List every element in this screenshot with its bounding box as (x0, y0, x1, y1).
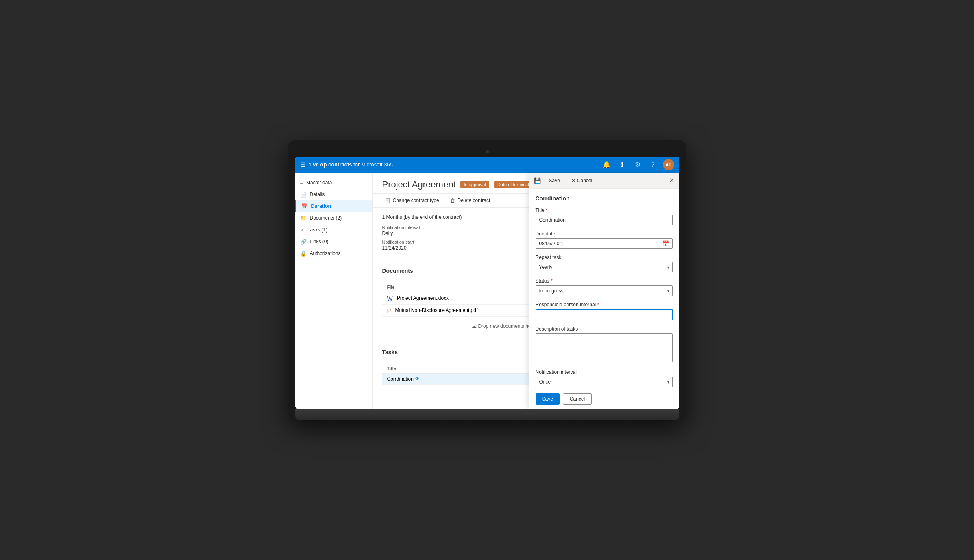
due-date-label: Due date (536, 231, 673, 237)
title-input[interactable] (536, 215, 673, 225)
cloud-upload-icon: ☁ (472, 323, 478, 329)
title-label: Title * (536, 207, 673, 213)
change-contract-type-button[interactable]: 📋 Change contract type (382, 196, 442, 205)
help-icon[interactable]: ? (647, 159, 659, 170)
sidebar-item-authorizations[interactable]: 🔒 Authorizations (295, 248, 372, 259)
notification-interval-select[interactable]: Once Daily Weekly Monthly (536, 377, 673, 387)
delete-contract-button[interactable]: 🗑 Delete contract (448, 196, 493, 205)
main-area: ≡ Master data 📄 Details 📅 Duration 📁 Doc… (295, 173, 679, 409)
panel-footer: Save Cancel (529, 389, 679, 409)
duration-icon: 📅 (301, 203, 308, 209)
description-textarea[interactable] (536, 333, 673, 362)
sidebar-item-links[interactable]: 🔗 Links (0) (295, 236, 372, 248)
panel-save-button[interactable]: Save (546, 176, 563, 185)
laptop-base (295, 409, 679, 420)
description-label: Description of tasks (536, 326, 673, 332)
due-date-form-group: Due date 📅 (536, 231, 673, 249)
sidebar-item-details[interactable]: 📄 Details (295, 189, 372, 200)
responsible-person-input[interactable] (536, 309, 673, 320)
status-select-wrapper: Not started In progress Completed Cancel… (536, 285, 673, 296)
repeat-task-select-wrapper: Once Daily Weekly Monthly Yearly ▾ (536, 262, 673, 272)
auth-icon: 🔒 (300, 251, 307, 257)
links-icon: 🔗 (300, 239, 307, 245)
masterdata-icon: ≡ (300, 180, 303, 186)
notification-interval-form-group: Notification interval Once Daily Weekly … (536, 369, 673, 387)
sidebar-item-tasks[interactable]: ✓ Tasks (1) (295, 224, 372, 236)
required-star: * (546, 207, 548, 213)
required-star: * (551, 278, 553, 284)
panel-title: Corrdination (536, 195, 673, 202)
panel-close-button[interactable]: ✕ (669, 176, 674, 184)
cancel-x-icon: ✕ (571, 178, 575, 183)
info-icon[interactable]: ℹ (617, 159, 628, 170)
required-star: * (597, 302, 599, 307)
repeat-task-form-group: Repeat task Once Daily Weekly Monthly Ye… (536, 255, 673, 272)
top-nav: ⊞ d.ve.op contracts for Microsoft 365 🔔 … (295, 157, 679, 173)
panel-header: 💾 Save ✕ Cancel ✕ (529, 173, 679, 189)
status-badge: In approval (460, 181, 489, 188)
status-select[interactable]: Not started In progress Completed Cancel… (536, 285, 673, 296)
sidebar-item-duration[interactable]: 📅 Duration (295, 200, 372, 212)
app-brand: d.ve.op contracts for Microsoft 365 (309, 161, 393, 168)
tasks-icon: ✓ (300, 227, 305, 233)
status-label: Status * (536, 278, 673, 284)
word-file-icon: W (387, 295, 393, 302)
repeat-task-select[interactable]: Once Daily Weekly Monthly Yearly (536, 262, 673, 272)
details-icon: 📄 (300, 192, 307, 198)
panel-cancel-button[interactable]: ✕ Cancel (568, 176, 595, 185)
sidebar: ≡ Master data 📄 Details 📅 Duration 📁 Doc… (295, 173, 373, 409)
description-form-group: Description of tasks (536, 326, 673, 364)
status-form-group: Status * Not started In progress Complet… (536, 278, 673, 296)
grid-icon[interactable]: ⊞ (300, 161, 305, 168)
task-sync-icon: ⟳ (415, 376, 419, 381)
avatar[interactable]: AF (663, 159, 674, 170)
title-form-group: Title * (536, 207, 673, 225)
notification-interval-select-wrapper: Once Daily Weekly Monthly ▾ (536, 377, 673, 387)
due-date-input[interactable] (536, 238, 673, 249)
notification-interval-label: Notification interval (536, 369, 673, 375)
nav-right: 🔔 ℹ ⚙ ? AF (601, 159, 674, 170)
change-contract-icon: 📋 (385, 198, 391, 203)
panel-footer-cancel-button[interactable]: Cancel (563, 393, 592, 405)
panel-body: Corrdination Title * Due date (529, 189, 679, 389)
settings-icon[interactable]: ⚙ (632, 159, 643, 170)
sidebar-item-masterdata[interactable]: ≡ Master data (295, 177, 372, 189)
due-date-wrapper: 📅 (536, 238, 673, 249)
right-panel: 💾 Save ✕ Cancel ✕ Corrdination (529, 173, 679, 409)
pdf-file-icon: P (387, 307, 391, 314)
bell-icon[interactable]: 🔔 (601, 159, 612, 170)
responsible-form-group: Responsible person internal * (536, 302, 673, 320)
documents-icon: 📁 (300, 215, 307, 221)
responsible-label: Responsible person internal * (536, 302, 673, 307)
repeat-task-label: Repeat task (536, 255, 673, 260)
sidebar-item-documents[interactable]: 📁 Documents (2) (295, 212, 372, 224)
panel-save-icon: 💾 (534, 177, 541, 184)
page-title: Project Agreement (382, 179, 456, 190)
delete-icon: 🗑 (451, 198, 455, 203)
panel-footer-save-button[interactable]: Save (536, 393, 560, 405)
